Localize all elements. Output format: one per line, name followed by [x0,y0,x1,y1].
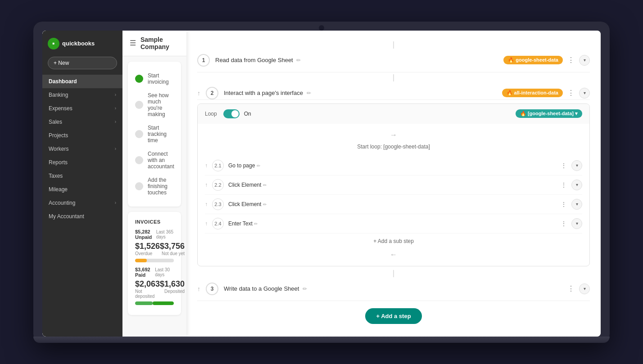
edit-icon[interactable]: ✏ [307,90,311,96]
sidebar-item-reports[interactable]: Reports [42,156,122,169]
loop-toggle[interactable] [223,109,240,118]
chevron-down-button[interactable]: ▾ [571,218,582,229]
not-due-amount: $3,756 [160,242,185,251]
setup-label: Start invoicing [148,72,174,85]
setup-item[interactable]: Start tracking time [135,121,174,147]
sidebar-item-taxes[interactable]: Taxes [42,169,122,183]
steps-container: 1 Read data from Google Sheet ✏ 🔥 google… [197,41,590,301]
sub-step-actions: ⋮ ▾ [559,180,582,190]
sidebar-item-mileage[interactable]: Mileage [42,183,122,196]
up-arrow-icon[interactable]: ↑ [205,201,208,207]
edit-icon[interactable]: ✏ [296,57,301,63]
sub-step-label: Click Element ✏ [228,182,554,188]
paid-amount: $3,692 Paid [135,267,155,278]
chevron-down-button[interactable]: ▾ [571,160,582,171]
sub-step-actions: ⋮ ▾ [559,199,582,210]
edit-icon[interactable]: ✏ [254,221,258,226]
qb-brand: quickbooks [62,40,95,47]
step-2: ↑ 2 Interact with a page's interface ✏ 🔥… [197,74,590,266]
sidebar-item-workers[interactable]: Workers› [42,142,122,156]
new-button[interactable]: + New [48,57,117,69]
add-sub-step-button[interactable]: + Add a sub step [205,234,582,249]
sidebar-item-expenses[interactable]: Expenses› [42,102,122,115]
sidebar-item-accounting[interactable]: Accounting› [42,196,122,210]
step-label: Interact with a page's interface ✏ [224,90,497,96]
setup-item[interactable]: See how much you're making [135,89,174,121]
chevron-right-icon: › [115,106,116,111]
up-arrow-icon[interactable]: ↑ [205,162,208,169]
chevron-down-button[interactable]: ▾ [571,180,582,190]
sidebar-item-my-accountant[interactable]: My Accountant [42,210,122,223]
step-number: 2 [206,87,218,99]
qb-main: ☰ Sample Company Start invoicingSee how … [122,31,186,337]
sub-step-row: ↑ 2.3 Click Element ✏ ⋮ ▾ [205,195,582,214]
up-arrow-icon[interactable]: ↑ [205,182,208,188]
sidebar-item-banking[interactable]: Banking› [42,88,122,102]
more-options-button[interactable]: ⋮ [566,55,576,65]
sidebar-item-dashboard[interactable]: Dashboard [42,75,122,88]
not-due-label: Not due yet [160,251,185,256]
deposited-progress [153,301,174,305]
sub-step-num: 2.4 [212,218,224,229]
more-options-button[interactable]: ⋮ [559,180,569,189]
edit-icon[interactable]: ✏ [303,286,307,292]
overdue-label: Overdue [135,251,160,256]
setup-circle [135,75,143,83]
add-step-button[interactable]: + Add a step [365,308,421,324]
qb-logo: ■ [48,38,59,49]
overdue-amount: $1,526 [135,242,160,251]
setup-label: Start tracking time [148,125,174,144]
sub-step-actions: ⋮ ▾ [559,160,582,171]
up-arrow-icon[interactable]: ↑ [197,90,200,97]
qb-sidebar: ■ quickbooks + New DashboardBanking›Expe… [42,31,122,337]
step-badge[interactable]: 🔥 google-sheet-data [503,56,563,64]
step-label: Write data to a Google Sheet ✏ [224,285,560,292]
step-badge[interactable]: 🔥 all-interaction-data [502,89,563,97]
sub-step-num: 2.2 [212,179,224,191]
chevron-right-icon: › [115,119,116,124]
more-options-button[interactable]: ⋮ [559,219,569,228]
loop-header: Loop On 🔥 [google-sheet-data] ▾ [198,104,589,124]
setup-label: Connect with an accountant [148,151,174,170]
edit-icon[interactable]: ✏ [263,183,267,188]
step-number: 3 [206,283,218,295]
chevron-right-icon: › [115,92,116,97]
setup-circle [135,182,143,190]
chevron-down-button[interactable]: ▾ [579,55,590,66]
connector [393,270,394,277]
edit-icon[interactable]: ✏ [263,202,267,207]
setup-item[interactable]: Add the finishing touches [135,173,174,199]
chevron-down-button[interactable]: ▾ [579,88,590,99]
hamburger-icon[interactable]: ☰ [130,39,136,47]
sub-step-num: 2.3 [212,198,224,210]
setup-item[interactable]: Start invoicing [135,69,174,89]
more-options-button[interactable]: ⋮ [559,200,569,209]
setup-label: Add the finishing touches [148,177,174,196]
deposited-amount: $1,630 [160,279,185,289]
quickbooks-panel: ■ quickbooks + New DashboardBanking›Expe… [42,31,186,337]
more-options-button[interactable]: ⋮ [566,283,576,294]
more-options-button[interactable]: ⋮ [566,88,576,98]
not-deposited-progress [135,301,153,305]
last-365: Last 365 days [156,229,174,239]
setup-label: See how much you're making [148,92,174,117]
sidebar-item-sales[interactable]: Sales› [42,115,122,129]
setup-circle [135,101,143,109]
setup-circle [135,130,143,138]
chevron-down-button[interactable]: ▾ [579,283,590,294]
up-arrow-icon[interactable]: ↑ [197,285,200,292]
automation-panel: 1 Read data from Google Sheet ✏ 🔥 google… [186,31,601,337]
edit-icon[interactable]: ✏ [257,163,260,168]
unpaid-amount: $5,282 Unpaid [135,229,156,240]
loop-body: → Start loop: [google-sheet-data] ↑ 2.1 … [198,124,589,266]
sub-step-label: Go to page ✏ [228,162,554,169]
last-30: Last 30 days [155,267,174,277]
chevron-down-button[interactable]: ▾ [571,199,582,210]
more-options-button[interactable]: ⋮ [559,161,569,170]
setup-item[interactable]: Connect with an accountant [135,147,174,173]
loop-tag[interactable]: 🔥 [google-sheet-data] ▾ [516,109,582,118]
up-arrow-icon[interactable]: ↑ [205,220,208,227]
laptop-base [33,337,610,343]
sidebar-item-projects[interactable]: Projects [42,129,122,142]
invoices-progress-bar [135,259,174,262]
